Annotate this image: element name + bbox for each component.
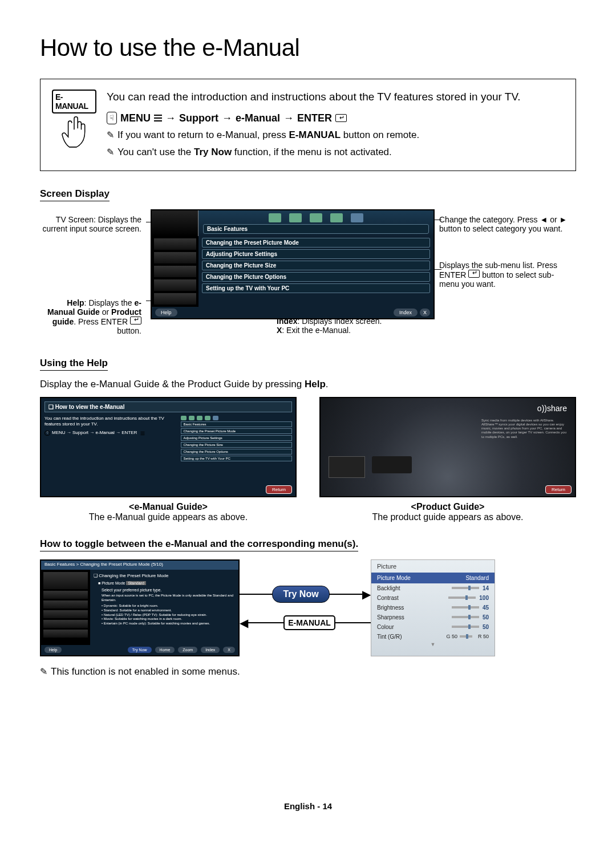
submenu-list: Changing the Preset Picture Mode Adjusti… — [198, 236, 433, 307]
fig2-title: <Product Guide> — [411, 502, 485, 512]
toggle-figure: Basic Features > Changing the Preset Pic… — [40, 559, 576, 656]
close-button[interactable]: X — [223, 647, 235, 653]
backlight-row[interactable]: Backlight 14 — [371, 583, 495, 593]
allshare-logo: o))share — [537, 404, 567, 413]
scroll-down-icon[interactable]: ▼ — [371, 642, 495, 647]
callout-tv-screen: TV Screen: Displays the current input so… — [40, 215, 148, 233]
remote-button-icon: ☟ — [44, 431, 50, 436]
product-guide-figure: o))share Sync media from multiple device… — [319, 397, 576, 522]
try-now-arrow: Try Now ▶ — [240, 586, 371, 603]
thumbs — [152, 236, 198, 307]
callout-submenu: Displays the sub-menu list. Press ENTER … — [439, 261, 570, 289]
emanual-arrow: ◀ E-MANUAL — [240, 615, 371, 630]
menu-navigation-path: ☟ MENU → Support → e-Manual → ENTER — [107, 111, 564, 125]
input-source-thumb — [152, 210, 198, 236]
index-button[interactable]: Index — [201, 647, 220, 653]
submenu-item[interactable]: Adjusting Picture Settings — [202, 249, 430, 259]
toggle-arrows: Try Now ▶ ◀ E-MANUAL — [240, 586, 371, 630]
remote-button-icon: ☟ — [107, 112, 117, 124]
brightness-row[interactable]: Brightness 45 — [371, 603, 495, 612]
arrow-left-icon: ◀ — [240, 620, 248, 626]
emanual-remote-icon: E-MANUAL — [52, 90, 96, 159]
enter-icon — [468, 270, 480, 278]
breadcrumb: Basic Features > Changing the Preset Pic… — [41, 561, 238, 570]
contrast-row[interactable]: Contrast 100 — [371, 593, 495, 603]
close-button[interactable]: X — [420, 309, 430, 317]
using-help-heading: Using the Help — [40, 358, 108, 371]
hand-pointing-icon — [59, 116, 89, 152]
device-icon — [372, 456, 412, 473]
screen-display-heading: Screen Display — [40, 188, 110, 201]
picture-menu-title: Picture — [371, 560, 495, 573]
tint-row[interactable]: Tint (G/R) G 50R 50 — [371, 632, 495, 642]
emanual-pill: E-MANUAL — [283, 615, 335, 630]
device-icon — [329, 456, 365, 478]
enter-icon — [335, 114, 347, 122]
page-title: How to use the e-Manual — [40, 34, 576, 62]
tv-screen-mock: Basic Features Changing the Preset Pictu… — [151, 209, 435, 319]
help-button[interactable]: Help — [44, 647, 62, 653]
emg-title: ❏ How to view the e-Manual — [44, 401, 292, 412]
help-button[interactable]: Help — [155, 309, 177, 317]
emanual-guide-figure: ❏ How to view the e-Manual You can read … — [40, 397, 297, 522]
home-button[interactable]: Home — [155, 647, 175, 653]
emanual-screen: Basic Features > Changing the Preset Pic… — [40, 559, 240, 656]
return-button[interactable]: Return — [545, 485, 572, 494]
try-now-button[interactable]: Try Now — [128, 647, 152, 653]
zoom-button[interactable]: Zoom — [178, 647, 197, 653]
intro-box: E-MANUAL You can read the introduction a… — [40, 79, 576, 171]
arrow-right-icon: ▶ — [362, 591, 371, 597]
final-note: ✎ This function is not enabled in some m… — [40, 666, 576, 679]
help-figures: ❏ How to view the e-Manual You can read … — [40, 397, 576, 522]
note-2: ✎ You can't use the Try Now function, if… — [107, 146, 564, 159]
colour-row[interactable]: Colour 50 — [371, 622, 495, 632]
fig1-title: <e-Manual Guide> — [129, 502, 208, 512]
note-icon: ✎ — [40, 666, 47, 679]
sharpness-row[interactable]: Sharpness 50 — [371, 612, 495, 622]
menu-bars-icon — [154, 115, 162, 121]
note-icon: ✎ — [107, 146, 114, 159]
index-button[interactable]: Index — [394, 309, 418, 317]
submenu-item[interactable]: Changing the Picture Options — [202, 272, 430, 282]
intro-description: You can read the introduction and instru… — [107, 90, 564, 104]
submenu-item[interactable]: Changing the Picture Size — [202, 261, 430, 270]
page-footer: English - 14 — [0, 801, 616, 811]
try-now-pill: Try Now — [272, 586, 329, 603]
submenu-item[interactable]: Changing the Preset Picture Mode — [202, 238, 430, 248]
using-help-text: Display the e-Manual Guide & the Product… — [40, 379, 576, 390]
return-button[interactable]: Return — [266, 485, 292, 494]
product-blurb: Sync media from multiple devices with Al… — [481, 419, 567, 439]
fig2-caption: The product guide appears as above. — [372, 512, 523, 522]
fig1-caption: The e-Manual guide appears as above. — [89, 512, 248, 522]
category-label[interactable]: Basic Features — [203, 224, 429, 234]
enter-icon — [130, 317, 141, 324]
picture-menu: Picture Picture ModeStandard Backlight 1… — [371, 559, 495, 656]
submenu-item[interactable]: Setting up the TV with Your PC — [202, 283, 430, 293]
picture-mode-row[interactable]: Picture ModeStandard — [371, 573, 495, 583]
emanual-button-label: E-MANUAL — [52, 90, 96, 113]
category-icons — [200, 212, 432, 222]
note-icon: ✎ — [107, 129, 114, 142]
callout-help: Help: Displays the e-Manual Guide or Pro… — [40, 298, 148, 335]
toggle-heading: How to toggle between the e-Manual and t… — [40, 538, 358, 551]
screen-display-figure: TV Screen: Displays the current input so… — [40, 209, 576, 340]
note-1: ✎ If you want to return to e-Manual, pre… — [107, 129, 564, 142]
intro-text-block: You can read the introduction and instru… — [107, 90, 564, 159]
callout-category: Change the category. Press ◄ or ► button… — [439, 215, 570, 233]
